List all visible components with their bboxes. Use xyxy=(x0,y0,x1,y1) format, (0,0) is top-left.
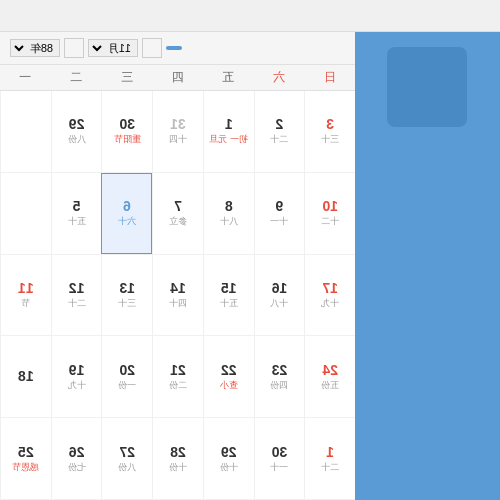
day-cell[interactable]: 17十九 xyxy=(304,255,355,336)
lunar-day: 六十 xyxy=(118,215,136,228)
lunar-day: 查小 xyxy=(220,379,238,392)
header-wed: 三 xyxy=(101,65,152,90)
header-mon: 一 xyxy=(0,65,51,90)
day-cell[interactable]: 9十一 xyxy=(254,173,305,254)
lunar-day: 二十 xyxy=(270,133,288,146)
day-cell[interactable]: 13三十 xyxy=(101,255,152,336)
day-cell[interactable]: 23四份 xyxy=(254,336,305,417)
day-number: 8 xyxy=(225,198,233,214)
day-number: 1 xyxy=(326,444,334,460)
day-cell[interactable]: 25感恩节 xyxy=(0,418,51,499)
lunar-day: 八份 xyxy=(68,133,86,146)
day-headers: 日 六 五 四 三 二 一 xyxy=(0,65,355,91)
day-cell[interactable]: 12二十 xyxy=(51,255,102,336)
header-sat: 六 xyxy=(254,65,305,90)
day-cell[interactable]: 5五十 xyxy=(51,173,102,254)
lunar-day: 十九 xyxy=(321,297,339,310)
title-bar xyxy=(0,0,500,32)
day-number: 13 xyxy=(120,280,136,296)
lunar-day: 八十 xyxy=(220,215,238,228)
lunar-day: 感恩节 xyxy=(12,461,39,474)
day-number: 18 xyxy=(18,368,34,384)
day-cell[interactable]: 26七份 xyxy=(51,418,102,499)
lunar-day: 十二 xyxy=(321,215,339,228)
day-cell[interactable]: 18 xyxy=(0,336,51,417)
lunar-day: 八份 xyxy=(118,461,136,474)
day-cell[interactable]: 31十四 xyxy=(152,91,203,172)
day-cell[interactable]: 29十份 xyxy=(203,418,254,499)
lunar-day: 二份 xyxy=(169,379,187,392)
close-button[interactable] xyxy=(478,9,492,23)
day-cell[interactable]: 29八份 xyxy=(51,91,102,172)
next-month-button[interactable] xyxy=(64,38,84,58)
header-tue: 二 xyxy=(51,65,102,90)
day-cell[interactable]: 10十二 xyxy=(304,173,355,254)
lunar-day: 节 xyxy=(21,297,30,310)
lunar-day: 五份 xyxy=(321,379,339,392)
day-number: 3 xyxy=(326,116,334,132)
day-number: 29 xyxy=(69,116,85,132)
day-number: 20 xyxy=(120,362,136,378)
day-cell[interactable] xyxy=(0,91,51,172)
day-number: 29 xyxy=(221,444,237,460)
left-panel xyxy=(355,32,500,500)
lunar-day: 五十 xyxy=(220,297,238,310)
week-row-2: 17十九16十八15五十14四十13三十12二十11节 xyxy=(0,255,355,337)
day-number: 30 xyxy=(120,116,136,132)
day-cell[interactable]: 7参立 xyxy=(152,173,203,254)
day-cell[interactable]: 20一份 xyxy=(101,336,152,417)
day-cell[interactable]: 27八份 xyxy=(101,418,152,499)
day-cell[interactable]: 30重阳节 xyxy=(101,91,152,172)
day-cell[interactable]: 1初一 元旦 xyxy=(203,91,254,172)
month-select[interactable]: 11月 xyxy=(88,39,138,57)
day-cell[interactable]: 8八十 xyxy=(203,173,254,254)
day-number: 17 xyxy=(322,280,338,296)
year-select[interactable]: 88年 xyxy=(10,39,60,57)
day-cell[interactable]: 1二十 xyxy=(304,418,355,499)
header-fri: 五 xyxy=(203,65,254,90)
day-number: 10 xyxy=(322,198,338,214)
week-row-1: 10十二9十一8八十7参立6六十5五十 xyxy=(0,173,355,255)
day-cell[interactable]: 28十份 xyxy=(152,418,203,499)
day-number: 25 xyxy=(18,444,34,460)
title-bar-left xyxy=(478,9,492,23)
lunar-day: 十四 xyxy=(169,133,187,146)
lunar-day: 二十 xyxy=(321,461,339,474)
day-cell[interactable]: 11节 xyxy=(0,255,51,336)
header-thu: 四 xyxy=(152,65,203,90)
lunar-day: 七份 xyxy=(68,461,86,474)
calendar-grid: 日 六 五 四 三 二 一 3三十2二十1初一 元旦31十四30重阳节29八份1… xyxy=(0,65,355,500)
day-cell[interactable]: 30一十 xyxy=(254,418,305,499)
day-cell[interactable]: 15五十 xyxy=(203,255,254,336)
right-panel: 11月 88年 日 六 五 四 三 二 一 xyxy=(0,32,355,500)
day-cell[interactable]: 21二份 xyxy=(152,336,203,417)
week-row-3: 24五份23四份22查小21二份20一份19十九18 xyxy=(0,336,355,418)
day-cell[interactable] xyxy=(0,173,51,254)
prev-month-button[interactable] xyxy=(142,38,162,58)
day-number: 12 xyxy=(69,280,85,296)
day-cell[interactable]: 16十八 xyxy=(254,255,305,336)
day-cell[interactable]: 24五份 xyxy=(304,336,355,417)
day-number: 23 xyxy=(272,362,288,378)
day-cell[interactable]: 19十九 xyxy=(51,336,102,417)
day-cell[interactable]: 2二十 xyxy=(254,91,305,172)
day-number: 7 xyxy=(174,198,182,214)
day-number: 6 xyxy=(123,198,131,214)
weeks-container: 3三十2二十1初一 元旦31十四30重阳节29八份10十二9十一8八十7参立6六… xyxy=(0,91,355,500)
today-button[interactable] xyxy=(166,46,182,50)
lunar-day: 十一 xyxy=(270,215,288,228)
day-cell[interactable]: 6六十 xyxy=(101,173,152,254)
day-cell[interactable]: 22查小 xyxy=(203,336,254,417)
day-number: 28 xyxy=(170,444,186,460)
lunar-day: 十份 xyxy=(169,461,187,474)
lunar-day: 重阳节 xyxy=(114,133,141,146)
day-number: 19 xyxy=(69,362,85,378)
day-number: 2 xyxy=(276,116,284,132)
lunar-day: 四十 xyxy=(169,297,187,310)
day-cell[interactable]: 3三十 xyxy=(304,91,355,172)
header-sun: 日 xyxy=(304,65,355,90)
nav-controls: 11月 88年 xyxy=(10,38,182,58)
day-cell[interactable]: 14四十 xyxy=(152,255,203,336)
day-number: 5 xyxy=(73,198,81,214)
lunar-day: 四份 xyxy=(270,379,288,392)
